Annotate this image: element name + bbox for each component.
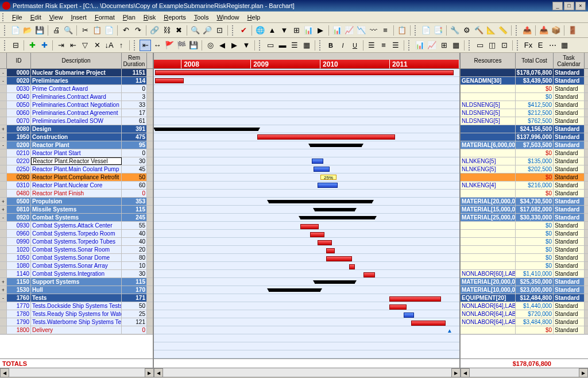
menu-view[interactable]: View	[45, 13, 67, 22]
cell-id[interactable]: 0210	[7, 149, 31, 157]
cell-id[interactable]: 0030	[7, 85, 31, 92]
collapse-icon[interactable]: ⊟	[10, 40, 21, 51]
cal-header[interactable]: Task Calendar	[554, 53, 585, 68]
chart3-icon[interactable]: 📉	[355, 25, 367, 36]
cell-cal[interactable]: Standard	[554, 77, 585, 84]
table-row[interactable]: MATERIAL[20,000,00$25,350,000Standard	[461, 278, 588, 286]
grip-handle[interactable]	[259, 40, 262, 51]
cell-res[interactable]: GENADMN[30]	[461, 77, 516, 84]
table-row[interactable]: +1150Support Systems115	[0, 278, 153, 286]
expand-toggle[interactable]: -	[0, 133, 7, 141]
res-header[interactable]: Resources	[461, 53, 516, 68]
cell-id[interactable]: 0930	[7, 222, 31, 229]
table-row[interactable]: -1760Tests171	[0, 294, 153, 302]
fx2-icon[interactable]: E	[535, 40, 546, 51]
cell-cal[interactable]: Standard	[554, 149, 585, 157]
cell-cal[interactable]: Standard	[554, 85, 585, 92]
cell-id[interactable]: 1800	[7, 326, 31, 334]
cell-res[interactable]: MATERIAL[15,000,00	[461, 206, 516, 213]
cell-desc[interactable]: Combat Systems.Integration	[31, 270, 122, 277]
table-row[interactable]: $0Standard	[461, 190, 588, 198]
table-row[interactable]: $0Standard	[461, 93, 588, 101]
expand-toggle[interactable]: +	[0, 198, 7, 205]
cell-res[interactable]	[461, 230, 516, 237]
cell-dur[interactable]: 114	[122, 77, 147, 84]
cell-desc[interactable]: Prime Contract Award	[31, 85, 122, 92]
chart5-icon[interactable]: ≡	[380, 25, 391, 36]
cell-desc[interactable]: Reactor Plant	[31, 141, 122, 149]
target-icon[interactable]: ◎	[204, 40, 216, 51]
scroll-right-icon[interactable]: ▶	[451, 368, 461, 377]
left-scrollbar[interactable]: ◀ ▶	[0, 368, 154, 377]
cell-cal[interactable]: Standard	[554, 230, 585, 237]
task-bar[interactable]	[404, 313, 414, 318]
cell-dur[interactable]: 10	[122, 262, 147, 269]
cell-dur[interactable]: 115	[122, 206, 147, 213]
menu-reports[interactable]: Reports	[160, 13, 190, 22]
cell-res[interactable]: NLNKENG[4]	[461, 182, 516, 189]
layer3-icon[interactable]: ☰	[289, 40, 300, 51]
cell-cost[interactable]: $212,500	[516, 109, 554, 117]
cell-id[interactable]: 0480	[7, 190, 31, 197]
cell-id[interactable]: 0200	[7, 141, 31, 149]
grip-handle[interactable]	[232, 25, 235, 36]
progress-bar[interactable]: 25%	[320, 175, 336, 180]
cell-cal[interactable]: Standard	[554, 310, 585, 318]
fx3-icon[interactable]: ⋯	[547, 40, 558, 51]
table-row[interactable]: 1140Combat Systems.Integration30	[0, 270, 153, 278]
cell-cal[interactable]: Standard	[554, 190, 585, 197]
scroll-left-icon[interactable]: ◀	[154, 368, 163, 377]
cell-dur[interactable]: 61	[122, 117, 147, 125]
gantt-body[interactable]: 25% ▲	[154, 69, 459, 358]
table-row[interactable]: 1780Tests.Ready Ship Systems for Wate25	[0, 310, 153, 318]
cell-cal[interactable]: Standard	[554, 318, 585, 326]
expand-toggle[interactable]	[0, 310, 7, 318]
expand-toggle[interactable]	[0, 270, 7, 277]
zoom-out-icon[interactable]: 🔎	[202, 25, 213, 36]
cell-dur[interactable]: 391	[122, 125, 147, 133]
new-icon[interactable]: 📄	[10, 25, 21, 36]
cell-desc[interactable]: Combat Systems	[31, 214, 122, 221]
cell-cost[interactable]: $1,410,000	[516, 270, 554, 277]
cell-desc[interactable]: Tests.Dockside Ship Systems Tests	[31, 302, 122, 310]
milestone-marker[interactable]: ▲	[447, 327, 452, 334]
cell-cal[interactable]: Standard	[554, 173, 585, 181]
cell-desc[interactable]: Combat Systems.Sonar Array	[31, 262, 122, 269]
chart-d-icon[interactable]: ▦	[450, 40, 462, 51]
cell-cost[interactable]: $0	[516, 149, 554, 157]
table-row[interactable]: MATERIAL[10,000,00$23,000,000Standard	[461, 286, 588, 294]
bold-icon[interactable]: B	[325, 40, 336, 51]
table-row[interactable]: MATERIAL[20,000,00$34,730,500Standard	[461, 198, 588, 206]
summary-bar[interactable]	[269, 200, 372, 203]
cell-id[interactable]: 1950	[7, 133, 31, 141]
expand-toggle[interactable]	[0, 318, 7, 326]
open-icon[interactable]: 📂	[22, 25, 33, 36]
cell-dur[interactable]: 50	[122, 173, 147, 181]
table-row[interactable]: 1790Tests.Waterborne Ship Systems Te121	[0, 318, 153, 326]
expand-toggle[interactable]	[0, 109, 7, 117]
right-scrollbar[interactable]: ◀ ▶	[461, 368, 588, 377]
table-row[interactable]: EQUIPMENT[20]$12,484,800Standard	[461, 294, 588, 302]
cell-cal[interactable]: Standard	[554, 101, 585, 109]
undo-icon[interactable]: ↶	[120, 25, 131, 36]
sort-asc-icon[interactable]: ↓A	[103, 40, 115, 51]
cell-dur[interactable]: 0	[122, 190, 147, 197]
cell-id[interactable]: 1780	[7, 310, 31, 318]
tool4-icon[interactable]: 📐	[485, 25, 497, 36]
cell-cal[interactable]: Standard	[554, 206, 585, 213]
task-bar[interactable]	[318, 183, 338, 188]
cell-res[interactable]	[461, 133, 516, 141]
cell-cost[interactable]: $25,350,000	[516, 278, 554, 286]
cell-cal[interactable]: Standard	[554, 254, 585, 261]
cell-cost[interactable]: $412,500	[516, 101, 554, 109]
table-row[interactable]: 0220Reactor Plant.Reactor Vessel30	[0, 157, 153, 165]
cell-cal[interactable]: Standard	[554, 222, 585, 229]
cell-cal[interactable]: Standard	[554, 182, 585, 189]
table-row[interactable]: 1800Delivery0	[0, 326, 153, 334]
unlink-icon[interactable]: ⛓	[161, 25, 172, 36]
id-header[interactable]: ID	[7, 53, 31, 68]
link-icon[interactable]: 🔗	[149, 25, 160, 36]
cell-id[interactable]: 1050	[7, 254, 31, 261]
cell-desc[interactable]: Tests	[31, 294, 122, 302]
add2-icon[interactable]: ✚	[38, 40, 50, 51]
